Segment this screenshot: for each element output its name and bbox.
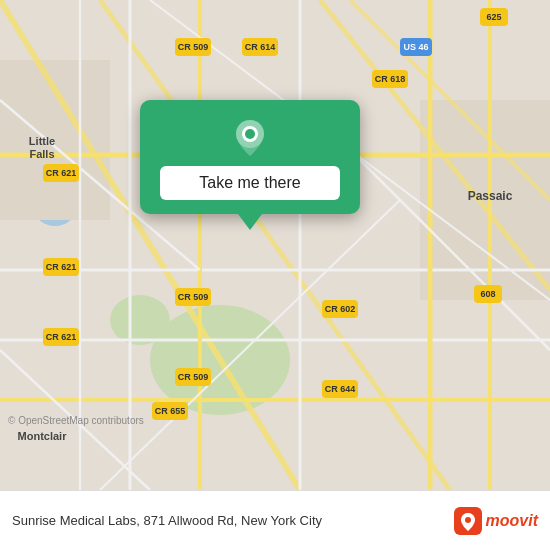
moovit-brand-text: moovit xyxy=(486,512,538,530)
svg-text:Montclair: Montclair xyxy=(18,430,68,442)
moovit-logo: moovit xyxy=(454,507,538,535)
svg-text:CR 602: CR 602 xyxy=(325,304,356,314)
map-container: CR 621 CR 621 CR 621 CR 509 CR 509 CR 50… xyxy=(0,0,550,490)
moovit-logo-icon xyxy=(454,507,482,535)
svg-text:608: 608 xyxy=(480,289,495,299)
svg-point-2 xyxy=(110,295,170,345)
location-popup: Take me there xyxy=(140,100,360,214)
address-text: Sunrise Medical Labs, 871 Allwood Rd, Ne… xyxy=(12,513,446,528)
take-me-there-button[interactable]: Take me there xyxy=(160,166,340,200)
svg-point-60 xyxy=(245,129,255,139)
svg-text:Passaic: Passaic xyxy=(468,189,513,203)
svg-text:CR 509: CR 509 xyxy=(178,292,209,302)
bottom-bar: Sunrise Medical Labs, 871 Allwood Rd, Ne… xyxy=(0,490,550,550)
svg-text:CR 509: CR 509 xyxy=(178,42,209,52)
svg-text:CR 621: CR 621 xyxy=(46,332,77,342)
svg-text:CR 614: CR 614 xyxy=(245,42,276,52)
svg-text:Little: Little xyxy=(29,135,55,147)
svg-text:CR 644: CR 644 xyxy=(325,384,356,394)
location-pin-icon xyxy=(230,118,270,158)
svg-text:CR 618: CR 618 xyxy=(375,74,406,84)
svg-text:625: 625 xyxy=(486,12,501,22)
map-copyright: © OpenStreetMap contributors xyxy=(8,415,144,426)
svg-text:CR 509: CR 509 xyxy=(178,372,209,382)
svg-text:CR 655: CR 655 xyxy=(155,406,186,416)
svg-text:CR 621: CR 621 xyxy=(46,168,77,178)
svg-text:Falls: Falls xyxy=(29,148,54,160)
svg-text:CR 621: CR 621 xyxy=(46,262,77,272)
svg-text:US 46: US 46 xyxy=(403,42,428,52)
svg-point-63 xyxy=(465,517,471,523)
